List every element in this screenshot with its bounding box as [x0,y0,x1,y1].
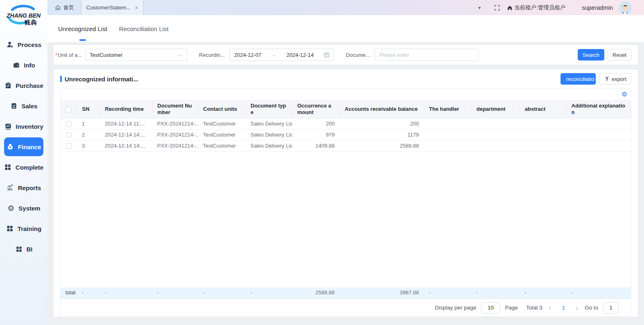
cell-department [471,140,520,151]
sidebar-item-label: Complete [16,164,43,171]
filter-bar: *Unit of a... TestCustomer ⋯ Recordin...… [54,45,638,65]
cell-contact-units: TestCustomer [198,118,245,129]
app-logo[interactable]: ZHANG BEN 账犇 [0,0,47,34]
total-cell: - [100,287,152,298]
close-icon[interactable]: × [135,4,138,11]
col-header-document-type: Document type [245,101,292,119]
tab-reconciliation-list[interactable]: Reconciliation List [118,15,169,42]
total-label: total [61,287,77,298]
sidebar-item-finance[interactable]: Finance [4,137,43,156]
sidebar-item-label: Reports [18,184,41,191]
total-cell: - [152,287,198,298]
grid-icon [6,225,14,233]
current-page[interactable]: 1 [558,305,569,311]
goto-page-input[interactable] [603,302,619,314]
per-page-label: Display per page [435,305,476,311]
row-checkbox[interactable] [66,121,72,127]
recording-filter-label: Recordin... [199,52,225,58]
clipboard-check-icon [4,82,12,90]
total-accounts-receivable-balance: 3967.88 [340,287,424,298]
table-empty-space [61,152,631,287]
unit-select[interactable]: TestCustomer ⋯ [85,49,187,61]
breadcrumb-home[interactable]: 首页 [55,4,74,11]
cell-sn: 1 [77,118,100,129]
sidebar-item-sales[interactable]: Sales [0,96,47,116]
header-row: SN Recording time Document Number Contac… [61,101,631,119]
row-checkbox[interactable] [66,132,72,138]
unit-select-value: TestCustomer [90,52,122,58]
user-icon [6,41,14,49]
sidebar-item-label: Process [18,41,41,48]
logo-text-en: ZHANG BEN [6,12,41,19]
col-header-accounts-receivable-balance: Accounts receivable balance [340,101,424,119]
open-page-tab[interactable]: CustomerStatem... × [81,0,144,15]
sidebar-item-purchase[interactable]: Purchase [0,75,47,96]
column-settings-gear-icon[interactable]: ⚙ [621,91,627,98]
sidebar-item-complete[interactable]: Complete [0,157,47,177]
unrecognized-panel: Unrecognized informati... reconciliatio [54,69,638,317]
fullscreen-icon[interactable] [494,4,500,11]
sidebar-item-info[interactable]: Info [0,55,47,75]
sidebar-item-system[interactable]: ⚙ System [0,198,47,218]
app-root: ZHANG BEN 账犇 Process Info [0,0,644,325]
table-row[interactable]: 1 2024-12-14 11:... PXX-20241214-... Tes… [61,118,631,129]
cell-abstract [520,140,566,151]
total-occurrence-amount: 2588.88 [292,287,340,298]
tab-unrecognized-list[interactable]: Unrecognized List [57,15,108,42]
page-tabs: Unrecognized List Reconciliation List [47,15,644,42]
filter-actions: Search Reset [578,49,631,61]
reset-button[interactable]: Reset [608,49,631,61]
sidebar-item-reports[interactable]: Reports [0,177,47,198]
title-accent-bar [60,76,62,82]
sidebar-item-label: Sales [21,103,37,110]
avatar[interactable] [619,1,632,14]
recording-date-range[interactable]: 2024-12-07 - 2024-12-14 [230,49,334,61]
cell-abstract [520,129,566,140]
search-button[interactable]: Search [578,49,604,61]
per-page-input[interactable] [481,302,500,314]
sidebar-item-process[interactable]: Process [0,34,47,55]
unit-filter-label: *Unit of a... [55,52,82,58]
cell-department [471,129,520,140]
chevron-right-icon[interactable]: › [574,304,580,312]
sidebar-item-training[interactable]: Training [0,218,47,239]
export-button[interactable]: export [599,73,631,85]
table-container: ⚙ SN Recording time Document Number [60,88,631,317]
select-all-checkbox[interactable] [65,107,71,112]
total-cell: - [245,287,292,298]
tabs-dropdown-caret-icon[interactable]: ▾ [478,5,481,11]
active-tab-underline [79,39,86,41]
cell-recording-time: 2024-12-14 11:... [100,118,152,129]
sidebar-item-label: BI [27,246,33,253]
date-start: 2024-12-07 [234,52,261,58]
cell-contact-units: TestCustomer [198,129,245,140]
reconciliation-button[interactable]: reconciliatio [561,73,596,85]
sidebar-item-inventory[interactable]: Inventory [0,116,47,137]
sidebar-item-bi[interactable]: BI [0,239,47,259]
panel-head: Unrecognized informati... reconciliatio [60,69,631,88]
row-checkbox[interactable] [66,143,72,149]
cell-document-type: Sales Delivery List [245,118,292,129]
cell-the-handler [424,129,471,140]
date-separator: - [271,52,276,58]
cell-the-handler [424,118,471,129]
logo-text-cjk: 账犇 [24,19,37,26]
sidebar-item-label: System [18,205,40,212]
table-row[interactable]: 3 2024-12-14 14:... PXX-20241214-... Tes… [61,140,631,151]
document-filter-label: Docume... [346,52,370,58]
cell-accounts-receivable-balance: 1179 [340,129,424,140]
username[interactable]: superadmin [582,4,613,11]
chevron-left-icon[interactable]: ‹ [547,304,553,312]
table-toolbar: ⚙ [61,89,631,100]
cell-recording-time: 2024-12-14 14:... [100,140,152,151]
table-row[interactable]: 2 2024-12-14 14:... PXX-20241214-... Tes… [61,129,631,140]
tenant-label: 当前租户:管理员租户 [514,4,565,11]
total-count-label: Total 3 [526,305,543,311]
document-check-icon [10,102,18,110]
wallet-icon [12,61,20,69]
col-header-document-number: Document Number [152,101,198,119]
cell-additional-explanation [566,129,631,140]
cell-sn: 3 [77,140,100,151]
cell-document-type: Sales Delivery List [245,140,292,151]
document-input[interactable] [375,49,479,61]
